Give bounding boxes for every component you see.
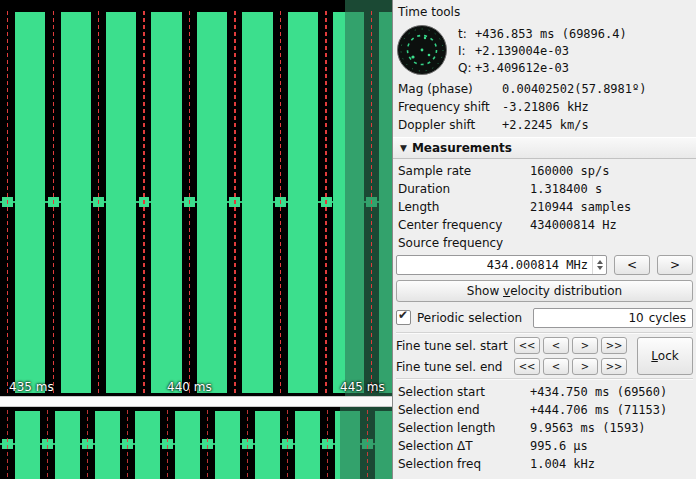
info-value: +2.139004e-03 [475,44,569,58]
info-label: Selection length [398,421,530,435]
cycles-suffix-label: cycles [649,311,686,325]
button-label: Show velocity distribution [467,284,622,298]
cycles-input[interactable]: 10 cycles [533,308,693,328]
info-label: Length [398,200,530,214]
waveform-pane: 435 ms 440 ms 445 ms [0,0,392,479]
spin-down-icon[interactable] [597,266,603,270]
separator [396,332,693,334]
time-axis-label: 445 ms [340,380,385,394]
info-label: Selection start [398,385,530,399]
measurement-row: Length 210944 samples [396,198,693,216]
frequency-spinbox[interactable]: 434.000814 MHz [396,255,607,275]
selection-info-row: Selection ΔT 995.6 µs [396,437,693,455]
measurement-row: Sample rate 160000 sp/s [396,162,693,180]
info-label: Fine tune sel. end [396,360,514,374]
fine-tune-start-row: Fine tune sel. start << < > >> [396,337,631,354]
waveform-overview-view[interactable] [0,407,392,479]
period-marker-lines [0,11,392,396]
time-tools-row: Doppler shift +2.2245 km/s [396,116,693,134]
lock-button[interactable]: Lock [637,337,693,375]
info-value: 1.318400 s [530,182,602,196]
info-label: I: [458,44,475,58]
frequency-value: 434.000814 MHz [397,258,592,272]
info-value: -3.21806 kHz [502,100,589,114]
info-value: +2.2245 km/s [502,118,589,132]
time-tools-row: t: +436.853 ms (69896.4) [458,25,693,42]
time-tools-row: Q: +3.409612e-03 [458,59,693,76]
info-label: Doppler shift [398,118,502,132]
info-value: +3.409612e-03 [475,61,569,75]
time-tools-row: Frequency shift -3.21806 kHz [396,98,693,116]
fine-tune-end-row: Fine tune sel. end << < > >> [396,358,631,375]
time-axis-label: 435 ms [9,380,54,394]
selection-info-row: Selection end +444.706 ms (71153) [396,401,693,419]
show-velocity-button[interactable]: Show velocity distribution [396,280,693,302]
fine-tune-start-step-button[interactable]: > [572,337,598,354]
info-label: Q: [458,61,475,75]
info-value: 1.004 kHz [530,457,595,471]
info-label: Fine tune sel. start [396,339,514,353]
periodic-selection-label: Periodic selection [417,311,522,325]
button-label: Lock [651,349,678,363]
time-tools-title: Time tools [396,3,693,24]
collapse-arrow-icon: ▼ [400,143,407,153]
info-label: Center frequency [398,218,530,232]
info-label: Selection end [398,403,530,417]
measurement-row: Center frequency 434000814 Hz [396,216,693,234]
info-label: Source frequency [398,236,530,250]
fine-tune-start-step-button[interactable]: < [543,337,569,354]
info-label: Frequency shift [398,100,502,114]
info-value: 434000814 Hz [530,218,617,232]
info-value: +444.706 ms (71153) [530,403,667,417]
measurements-title: Measurements [412,141,512,155]
fine-tune-end-step-button[interactable]: << [514,358,540,375]
info-value: 0.00402502(57.8981º) [502,82,647,96]
info-label: Duration [398,182,530,196]
waveform-main-view[interactable]: 435 ms 440 ms 445 ms [0,0,392,396]
spinbox-arrows[interactable] [592,256,606,274]
freq-prev-button[interactable]: < [614,255,650,275]
info-value: 995.6 µs [530,439,588,453]
info-value: 160000 sp/s [530,164,609,178]
info-value: +436.853 ms (69896.4) [475,27,627,41]
spin-up-icon[interactable] [597,260,603,264]
fine-tune-start-step-button[interactable]: << [514,337,540,354]
waveform-splitter[interactable] [0,396,392,407]
info-label: Sample rate [398,164,530,178]
separator [396,378,693,380]
measurement-row: Duration 1.318400 s [396,180,693,198]
info-value: 210944 samples [530,200,631,214]
time-axis-label: 440 ms [167,380,212,394]
fine-tune-end-step-button[interactable]: < [543,358,569,375]
cycles-value: 10 [540,311,644,325]
phase-dial-icon [396,24,448,76]
period-marker-lines [0,410,392,479]
fine-tune-end-step-button[interactable]: >> [601,358,627,375]
selection-info-row: Selection start +434.750 ms (69560) [396,383,693,401]
time-window: 435 ms 440 ms 445 ms Time tools [0,0,696,479]
info-label: t: [458,27,475,41]
selection-info-row: Selection length 9.9563 ms (1593) [396,419,693,437]
time-tools-row: I: +2.139004e-03 [458,42,693,59]
freq-next-button[interactable]: > [657,255,693,275]
fine-tune-end-step-button[interactable]: > [572,358,598,375]
info-value: +434.750 ms (69560) [530,385,667,399]
periodic-selection-checkbox[interactable] [396,310,411,325]
time-tools-panel: Time tools t: +436.853 ms (69896.4) [392,0,696,479]
measurement-row: Source frequency [396,234,693,252]
time-tools-row: Mag (phase) 0.00402502(57.8981º) [396,80,693,98]
info-value: 9.9563 ms (1593) [530,421,646,435]
info-label: Selection ΔT [398,439,530,453]
selection-info-row: Selection freq 1.004 kHz [396,455,693,473]
fine-tune-start-step-button[interactable]: >> [601,337,627,354]
info-label: Selection freq [398,457,530,471]
measurements-section-header[interactable]: ▼ Measurements [393,137,696,159]
info-label: Mag (phase) [398,82,502,96]
